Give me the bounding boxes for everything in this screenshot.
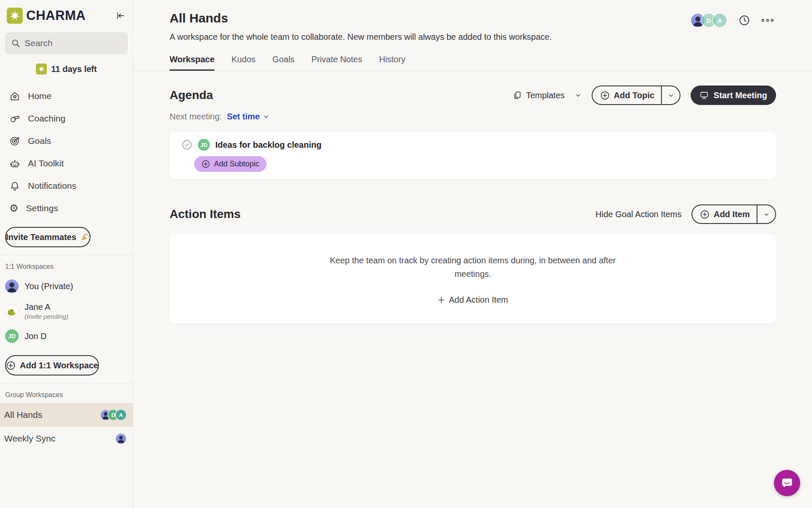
sidebar-item-notifications[interactable]: Notifications	[0, 174, 133, 197]
topic-title[interactable]: Ideas for backlog cleaning	[215, 140, 321, 150]
agenda-topic-card: JD Ideas for backlog cleaning Add Subtop…	[170, 132, 776, 179]
nav-label: Home	[28, 91, 52, 101]
add-subtopic-label: Add Subtopic	[214, 160, 259, 168]
chevron-down-icon	[668, 92, 674, 99]
add-item-label: Add Item	[713, 210, 750, 219]
target-icon	[9, 135, 20, 146]
agenda-header: Agenda Templates Add Topic	[170, 86, 776, 105]
add-topic-split-button: Add Topic	[592, 86, 680, 105]
charma-star-icon	[36, 64, 47, 75]
group-workspace-weekly-sync[interactable]: Weekly Sync	[0, 427, 133, 450]
tab-goals[interactable]: Goals	[272, 55, 294, 71]
set-time-label: Set time	[227, 112, 260, 121]
hide-goal-action-items-button[interactable]: Hide Goal Action Items	[595, 210, 681, 219]
member-avatar-stack: D A	[100, 409, 127, 421]
avatar: JD	[5, 329, 19, 343]
member-avatar-stack	[115, 433, 127, 444]
set-time-button[interactable]: Set time	[227, 112, 270, 121]
search-box[interactable]	[5, 32, 128, 54]
add-item-split-button: Add Item	[691, 204, 776, 224]
add-topic-label: Add Topic	[614, 91, 654, 100]
trial-countdown: 11 days left	[0, 64, 133, 75]
avatar: A	[115, 409, 127, 421]
one-on-one-section-label: 1:1 Workspaces	[0, 255, 133, 275]
templates-button[interactable]: Templates	[513, 91, 582, 100]
avatar	[5, 304, 19, 318]
add-one-on-one-workspace-button[interactable]: Add 1:1 Workspace	[5, 355, 99, 375]
sidebar-item-goals[interactable]: Goals	[0, 130, 133, 152]
topic-owner-avatar: JD	[198, 139, 210, 151]
chat-bubble-icon	[780, 476, 794, 490]
charma-logo-icon	[7, 8, 23, 24]
group-workspaces-section-label: Group Workspaces	[0, 384, 133, 403]
sidebar-item-ai-toolkit[interactable]: AI Toolkit	[0, 152, 133, 174]
group-name: All Hands	[4, 410, 42, 420]
workspace-name: Jon D	[25, 331, 47, 341]
start-meeting-button[interactable]: Start Meeting	[691, 86, 776, 105]
bell-icon	[9, 180, 20, 191]
templates-label: Templates	[526, 91, 565, 100]
next-meeting-row: Next meeting: Set time	[170, 112, 776, 121]
member-avatar-stack[interactable]: D A	[690, 13, 727, 28]
workspace-header: All Hands A workspace for the whole team…	[133, 0, 812, 42]
home-icon	[9, 91, 20, 102]
nav-label: Settings	[26, 203, 58, 213]
next-meeting-label: Next meeting:	[170, 112, 222, 121]
logo-row: CHARMA	[0, 0, 133, 24]
workspace-tabs: Workspace Kudos Goals Private Notes Hist…	[133, 55, 812, 71]
sidebar: CHARMA 11 days left Home Coaching	[0, 0, 133, 508]
robot-icon	[9, 158, 20, 169]
group-workspace-all-hands[interactable]: All Hands D A	[0, 403, 133, 427]
add-action-item-button[interactable]: Add Action Item	[437, 295, 508, 305]
workspace-description: A workspace for the whole team to collab…	[170, 32, 776, 42]
sidebar-item-settings[interactable]: ⚙ Settings	[0, 197, 133, 219]
more-options-icon[interactable]	[761, 17, 774, 23]
plus-circle-icon	[6, 361, 16, 370]
add-subtopic-button[interactable]: Add Subtopic	[194, 156, 266, 172]
templates-icon	[513, 91, 522, 100]
workspace-content: Agenda Templates Add Topic	[133, 71, 812, 324]
presentation-icon	[700, 91, 709, 100]
add-topic-button[interactable]: Add Topic	[593, 86, 661, 104]
start-meeting-label: Start Meeting	[713, 91, 767, 100]
workspace-item-you-private[interactable]: You (Private)	[0, 275, 133, 298]
plus-icon	[437, 296, 445, 304]
invite-teammates-label: Invite Teammates	[6, 232, 76, 242]
trial-days-left: 11 days left	[51, 64, 97, 74]
collapse-sidebar-icon[interactable]	[113, 9, 127, 22]
tab-history[interactable]: History	[379, 55, 405, 71]
gear-icon: ⚙	[9, 203, 19, 213]
action-items-empty-state: Keep the team on track by creating actio…	[170, 234, 776, 324]
workspace-item-jane-a[interactable]: Jane A (Invite pending)	[0, 298, 133, 325]
workspace-name: Jane A	[25, 302, 50, 312]
sidebar-item-home[interactable]: Home	[0, 85, 133, 107]
nav-label: AI Toolkit	[28, 158, 64, 168]
search-input[interactable]	[25, 38, 122, 48]
brand-name: CHARMA	[26, 8, 86, 23]
party-popper-icon	[80, 232, 90, 242]
main-area: All Hands A workspace for the whole team…	[133, 0, 812, 508]
nav-label: Notifications	[28, 181, 76, 191]
add-action-item-label: Add Action Item	[449, 295, 508, 305]
nav-label: Coaching	[28, 113, 66, 124]
history-clock-icon[interactable]	[738, 14, 750, 26]
tab-private-notes[interactable]: Private Notes	[311, 55, 362, 71]
chat-messenger-button[interactable]	[774, 470, 800, 496]
add-topic-dropdown-button[interactable]	[662, 86, 680, 104]
sidebar-item-coaching[interactable]: Coaching	[0, 107, 133, 130]
avatar	[115, 433, 127, 444]
invite-teammates-button[interactable]: Invite Teammates	[5, 227, 91, 247]
add-item-button[interactable]: Add Item	[692, 205, 757, 223]
add-workspace-label: Add 1:1 Workspace	[20, 361, 98, 370]
tab-kudos[interactable]: Kudos	[231, 55, 255, 71]
search-icon	[11, 39, 20, 48]
tab-workspace[interactable]: Workspace	[170, 55, 214, 71]
nav-label: Goals	[28, 136, 51, 146]
chevron-down-icon	[575, 92, 582, 99]
workspace-item-jon-d[interactable]: JD Jon D	[0, 325, 133, 348]
header-actions: D A	[690, 13, 774, 28]
plus-circle-icon	[600, 91, 610, 100]
complete-topic-checkbox[interactable]	[181, 139, 192, 150]
action-items-heading: Action Items	[170, 207, 241, 221]
add-item-dropdown-button[interactable]	[757, 205, 775, 223]
